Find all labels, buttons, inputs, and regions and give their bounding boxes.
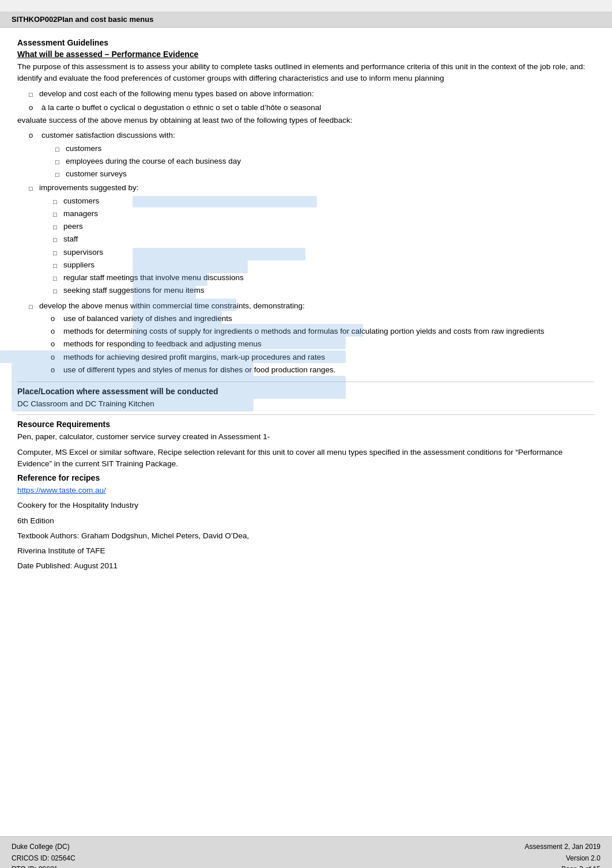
imp-3-text: staff <box>63 233 78 245</box>
list-item-imp-5: □ suppliers <box>53 259 244 271</box>
bullet3-customers: □ <box>55 145 66 154</box>
page: SITHKOP002Plan and cost basic menus Asse… <box>0 12 612 868</box>
divider2 <box>17 414 595 415</box>
imp-7-text: seeking staff suggestions for menu items <box>63 285 204 296</box>
list-menu-types: o à la carte o buffet o cyclical o degus… <box>17 102 595 114</box>
bullet3-imp3: □ <box>53 235 63 245</box>
list-item-dev-2: o methods for responding to feedback and… <box>51 338 544 350</box>
imp-1-text: managers <box>63 208 98 220</box>
dev-4-text: use of different types and styles of men… <box>63 364 336 376</box>
menu-types-text: à la carte o buffet o cyclical o degusta… <box>41 102 321 114</box>
list-item-imp-2: □ peers <box>53 221 244 232</box>
list-item-dev-0: o use of balanced variety of dishes and … <box>51 313 544 324</box>
para-purpose: The purpose of this assessment is to ass… <box>17 61 595 85</box>
imp-0-text: customers <box>63 195 99 207</box>
bullet-improvements: □ <box>29 184 39 194</box>
bullet2-dev3: o <box>51 352 63 363</box>
footer-college: Duke College (DC) <box>12 841 75 852</box>
develop-cost-label: develop and cost each of the following m… <box>39 88 314 100</box>
employees-text: employees during the course of each busi… <box>66 156 241 167</box>
list-item-imp-1: □ managers <box>53 208 244 220</box>
bullet2-dev1: o <box>51 326 63 337</box>
imp-5-text: suppliers <box>63 259 95 271</box>
header-title: SITHKOP002Plan and cost basic menus <box>12 15 153 24</box>
resource-para1: Pen, paper, calculator, customer service… <box>17 431 595 443</box>
reference-title: Reference for recipes <box>17 473 595 482</box>
bullet-icon-develop: □ <box>29 90 39 100</box>
header-bar: SITHKOP002Plan and cost basic menus <box>0 12 612 28</box>
surveys-text: customer surveys <box>66 168 127 180</box>
footer: Duke College (DC) CRICOS ID: 02564C RTO … <box>0 836 612 868</box>
list-item-imp-6: □ regular staff meetings that involve me… <box>53 272 244 284</box>
resource-para4: 6th Edition <box>17 515 595 527</box>
list-item-surveys: □ customer surveys <box>55 168 241 180</box>
reference-link-para: https://www.taste.com.au/ <box>17 485 595 496</box>
list-item-customers: □ customers <box>55 143 241 154</box>
bullet3-imp4: □ <box>53 248 63 258</box>
list-item-menu-types: o à la carte o buffet o cyclical o degus… <box>29 102 595 114</box>
list-develop-cost: □ develop and cost each of the following… <box>17 88 595 100</box>
footer-page: Page 2 of 15 <box>525 864 600 868</box>
list-item-imp-4: □ supervisors <box>53 247 244 258</box>
reference-link[interactable]: https://www.taste.com.au/ <box>17 486 106 495</box>
dev-0-text: use of balanced variety of dishes and in… <box>63 313 232 324</box>
list-item-imp-3: □ staff <box>53 233 244 245</box>
resource-para6: Riverina Institute of TAFE <box>17 545 595 557</box>
list-item-develop-cost: □ develop and cost each of the following… <box>29 88 595 100</box>
dev-3-text: methods for achieving desired profit mar… <box>63 352 325 363</box>
resource-para2: Computer, MS Excel or similar software, … <box>17 447 595 470</box>
dev-1-text: methods for determining costs of supply … <box>63 326 544 337</box>
main-content: Assessment Guidelines What will be asses… <box>0 28 612 836</box>
list-improvements-items: □ customers □ managers □ peers □ <box>39 195 244 297</box>
resource-para3: Cookery for the Hospitality Industry <box>17 500 595 511</box>
list-improvements-parent: □ improvements suggested by: □ customers… <box>17 182 595 297</box>
footer-cricos: CRICOS ID: 02564C <box>12 853 75 864</box>
place-value: DC Classroom and DC Training Kitchen <box>17 398 595 410</box>
list-item-dev-1: o methods for determining costs of suppl… <box>51 326 544 337</box>
divider1 <box>17 382 595 382</box>
list-develop-menus-items: o use of balanced variety of dishes and … <box>39 313 544 376</box>
bullet3-imp7: □ <box>53 286 63 296</box>
footer-right: Assessment 2, Jan 2019 Version 2.0 Page … <box>525 841 600 868</box>
list-item-dev-3: o methods for achieving desired profit m… <box>51 352 544 363</box>
customer-sat-label: customer satisfaction discussions with: <box>41 131 175 139</box>
para-evaluate: evaluate success of the above menus by o… <box>17 115 595 126</box>
improvements-label: improvements suggested by: <box>39 183 139 192</box>
develop-menus-label: develop the above menus within commercia… <box>39 301 305 310</box>
footer-assessment: Assessment 2, Jan 2019 <box>525 841 600 852</box>
footer-rto: RTO ID: 90681 <box>12 864 75 868</box>
bullet2-dev4: o <box>51 364 63 376</box>
list-item-imp-7: □ seeking staff suggestions for menu ite… <box>53 285 244 296</box>
list-item-employees: □ employees during the course of each bu… <box>55 156 241 167</box>
list-item-improvements: □ improvements suggested by: □ customers… <box>29 182 595 297</box>
footer-left: Duke College (DC) CRICOS ID: 02564C RTO … <box>12 841 75 868</box>
bullet3-surveys: □ <box>55 170 66 180</box>
place-title: Place/Location where assessment will be … <box>17 387 595 396</box>
imp-6-text: regular staff meetings that involve menu… <box>63 272 244 284</box>
bullet3-imp0: □ <box>53 197 63 207</box>
list-customer-sat-details: □ customers □ employees during the cours… <box>41 143 241 180</box>
resource-para5: Textbook Authors: Graham Dodgshun, Miche… <box>17 530 595 542</box>
resource-para7: Date Published: August 2011 <box>17 560 595 572</box>
resource-title: Resource Requirements <box>17 420 595 429</box>
section-assessment-guidelines: Assessment Guidelines <box>17 38 595 47</box>
bullet2-dev0: o <box>51 313 63 324</box>
section-performance-evidence: What will be assessed – Performance Evid… <box>17 50 595 59</box>
bullet2-cs: o <box>29 130 41 141</box>
list-feedback: o customer satisfaction discussions with… <box>17 130 595 181</box>
bullet3-imp2: □ <box>53 222 63 232</box>
bullet2-o: o <box>29 102 41 114</box>
bullet3-employees: □ <box>55 157 66 167</box>
list-item-customer-satisfaction: o customer satisfaction discussions with… <box>29 130 595 181</box>
bullet-develop-menus: □ <box>29 302 39 312</box>
footer-version: Version 2.0 <box>525 853 600 864</box>
imp-4-text: supervisors <box>63 247 103 258</box>
dev-2-text: methods for responding to feedback and a… <box>63 338 262 350</box>
list-item-imp-0: □ customers <box>53 195 244 207</box>
customers-text: customers <box>66 143 101 154</box>
list-develop-menus: □ develop the above menus within commerc… <box>17 300 595 378</box>
list-item-dev-4: o use of different types and styles of m… <box>51 364 544 376</box>
bullet3-imp6: □ <box>53 274 63 284</box>
bullet3-imp1: □ <box>53 210 63 220</box>
bullet3-imp5: □ <box>53 261 63 271</box>
